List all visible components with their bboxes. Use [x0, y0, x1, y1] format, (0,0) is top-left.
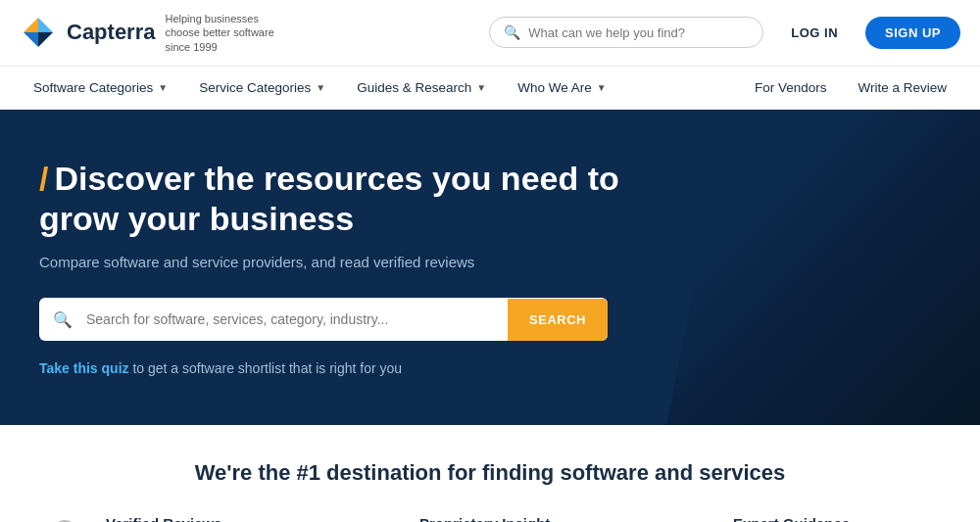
feature-proprietary-insight-text: Proprietary Insight 500+ Capterra Shortl…	[419, 515, 609, 522]
hero-search-bar[interactable]: 🔍 SEARCH	[39, 298, 608, 341]
hero-search-input[interactable]	[86, 298, 508, 341]
proprietary-insight-icon	[353, 515, 404, 522]
login-button[interactable]: LOG IN	[779, 18, 850, 48]
feature-expert-guidance-text: Expert Guidance Personalized software re…	[733, 515, 941, 522]
capterra-logo-icon	[20, 14, 57, 51]
nav-item-for-vendors[interactable]: For Vendors	[741, 69, 841, 107]
header-search-bar[interactable]: 🔍	[489, 17, 763, 48]
logo-tagline: Helping businesses choose better softwar…	[165, 12, 292, 54]
feature-proprietary-insight: Proprietary Insight 500+ Capterra Shortl…	[353, 515, 627, 522]
nav-right: For Vendors Write a Review	[741, 69, 960, 107]
nav-item-guides-research[interactable]: Guides & Research ▼	[343, 69, 500, 107]
header-top: Capterra Helping businesses choose bette…	[0, 0, 980, 67]
hero-quiz-text: Take this quiz to get a software shortli…	[39, 360, 666, 376]
hero-title: /Discover the resources you need to grow…	[39, 159, 666, 239]
svg-marker-2	[24, 32, 38, 47]
hero-search-button[interactable]: SEARCH	[508, 299, 608, 341]
expert-guidance-icon: ✓	[666, 515, 717, 522]
nav-bar: Software Categories ▼ Service Categories…	[0, 67, 980, 110]
search-icon: 🔍	[504, 24, 520, 40]
take-quiz-link[interactable]: Take this quiz	[39, 360, 129, 376]
nav-item-who-we-are[interactable]: Who We Are ▼	[504, 69, 619, 107]
bottom-section: We're the #1 destination for finding sof…	[0, 425, 980, 522]
nav-item-write-review[interactable]: Write a Review	[844, 69, 960, 107]
chevron-down-icon: ▼	[476, 82, 486, 93]
verified-reviews-icon	[39, 515, 90, 522]
bottom-title: We're the #1 destination for finding sof…	[39, 460, 941, 486]
nav-item-service-categories[interactable]: Service Categories ▼	[185, 69, 339, 107]
features-row: Verified Reviews 2 million verified revi…	[39, 515, 941, 522]
signup-button[interactable]: SIGN UP	[865, 17, 960, 49]
search-icon: 🔍	[39, 310, 86, 329]
svg-marker-3	[38, 32, 53, 47]
hero-section: /Discover the resources you need to grow…	[0, 110, 980, 426]
feature-expert-guidance: ✓ Expert Guidance Personalized software …	[666, 515, 941, 522]
hero-subtitle: Compare software and service providers, …	[39, 254, 666, 270]
logo-area: Capterra Helping businesses choose bette…	[20, 12, 292, 54]
feature-verified-reviews-text: Verified Reviews 2 million verified revi…	[106, 515, 314, 522]
feature-verified-reviews: Verified Reviews 2 million verified revi…	[39, 515, 314, 522]
header-search-input[interactable]	[528, 25, 749, 40]
chevron-down-icon: ▼	[597, 82, 607, 93]
hero-content: /Discover the resources you need to grow…	[39, 159, 666, 377]
logo-text: Capterra	[67, 20, 155, 45]
header-right: 🔍 LOG IN SIGN UP	[489, 17, 960, 49]
hero-accent: /	[39, 160, 48, 197]
svg-marker-1	[38, 18, 53, 32]
chevron-down-icon: ▼	[316, 82, 325, 93]
chevron-down-icon: ▼	[158, 82, 168, 93]
nav-left: Software Categories ▼ Service Categories…	[20, 69, 620, 107]
nav-item-software-categories[interactable]: Software Categories ▼	[20, 69, 181, 107]
svg-marker-0	[24, 18, 38, 32]
